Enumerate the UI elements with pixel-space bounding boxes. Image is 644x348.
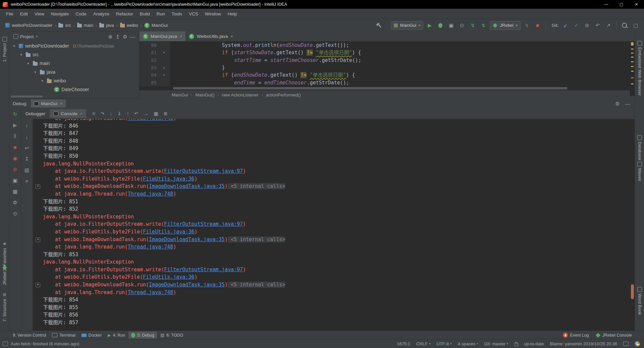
jrebel-remote-button[interactable]: ↯ xyxy=(523,21,531,29)
maximize-button[interactable]: ▢ xyxy=(614,0,629,9)
print-button[interactable]: ▤ xyxy=(22,166,31,174)
stack-trace-link[interactable]: ImageDownloadTask.java:35 xyxy=(149,282,225,288)
profiler-button[interactable]: ⊙ xyxy=(458,21,466,29)
blame-info[interactable]: Blame: yanximin 2019/10/25 20:36 xyxy=(550,341,617,346)
indent-style[interactable]: 4 spaces▾ xyxy=(458,341,478,346)
toolwindow-button-6-todo[interactable]: ▤6: TODO xyxy=(158,332,186,339)
menu-item-code[interactable]: Code xyxy=(72,10,90,18)
warning-stripe-mark[interactable] xyxy=(631,53,634,54)
close-tab-icon[interactable]: × xyxy=(230,34,233,39)
run-to-cursor-icon[interactable]: → xyxy=(144,111,149,116)
fold-marker-icon[interactable]: ▾ xyxy=(158,49,170,56)
stack-trace-link[interactable]: Thread.java:748 xyxy=(128,289,173,295)
scrollbar-thumb[interactable] xyxy=(631,284,634,299)
git-log-button[interactable]: ⊘ xyxy=(583,21,591,29)
expand-arrow-icon[interactable]: ▾ xyxy=(18,53,24,57)
stack-trace-link[interactable]: ImageDownloadTask.java:35 xyxy=(149,236,225,242)
editor-breadcrumb-maingui[interactable]: MainGui xyxy=(172,92,188,97)
code-editor[interactable]: 80 System.out.println(endShowDate.getTex… xyxy=(139,42,635,86)
breadcrumb-weibo[interactable]: weibo xyxy=(120,23,138,28)
line-number[interactable]: 82 xyxy=(139,57,158,64)
step-out-icon[interactable]: ↑ xyxy=(127,111,129,116)
menu-item-file[interactable]: File xyxy=(3,10,17,18)
lock-icon[interactable] xyxy=(515,342,518,346)
git-rollback-button[interactable]: ↶ xyxy=(593,21,602,29)
fold-marker-icon[interactable]: ▾ xyxy=(158,71,170,79)
close-tab-icon[interactable]: × xyxy=(180,34,182,39)
tree-item-java[interactable]: ▾java xyxy=(9,68,139,76)
git-commit-button[interactable]: ✓ xyxy=(572,21,581,29)
hide-windows-button[interactable]: ▢ xyxy=(631,21,640,29)
debug-view-tab-console[interactable]: Console↗ xyxy=(50,109,86,118)
stack-trace-link[interactable]: Thread.java:748 xyxy=(128,191,173,197)
breadcrumb-java[interactable]: java xyxy=(99,23,114,28)
search-everywhere-button[interactable] xyxy=(621,21,629,29)
layout-settings-icon[interactable]: ≣ xyxy=(164,111,168,116)
debug-with-jrebel-button[interactable]: ↯ xyxy=(479,21,488,29)
toolwindow-button-terminal[interactable]: Terminal xyxy=(49,332,78,339)
scroll-to-end-button[interactable]: ↧ xyxy=(22,155,31,163)
tree-item-weibo[interactable]: ▾weibo xyxy=(9,76,139,85)
expand-arrow-icon[interactable]: ▾ xyxy=(25,61,31,66)
warning-stripe-mark[interactable] xyxy=(631,66,634,67)
tree-item-weibopicdownloader[interactable]: ▾weiboPicDownloader D:\Tool\weiboPicDow xyxy=(9,42,139,50)
rerun-button[interactable]: ↻ xyxy=(11,110,19,118)
project-panel-title[interactable]: Project ▾ xyxy=(20,34,38,39)
warning-stripe-mark[interactable] xyxy=(631,57,634,58)
settings-gear-button[interactable]: ⚙ xyxy=(11,198,19,206)
jrebel-select[interactable]: JRebel▾ xyxy=(490,21,521,30)
line-number[interactable]: 80 xyxy=(139,42,158,49)
debug-view-tab-debugger[interactable]: Debugger xyxy=(22,109,49,118)
toolwindow-stripe-7-structure[interactable]: ≣7: Structure xyxy=(0,292,9,322)
menu-item-analyze[interactable]: Analyze xyxy=(90,10,113,18)
up-stack-button[interactable]: ↑ xyxy=(22,122,31,130)
stack-trace-link[interactable]: Thread.java:748 xyxy=(128,244,173,250)
breadcrumb-main[interactable]: main xyxy=(77,23,93,28)
stop-button[interactable]: ■ xyxy=(533,21,542,29)
expand-arrow-icon[interactable]: ▾ xyxy=(11,44,17,48)
breadcrumb-maingui[interactable]: CMainGui xyxy=(144,23,168,28)
toolwindow-button-jrebel-console[interactable]: JRebel Console xyxy=(593,332,635,339)
step-into-icon[interactable]: ↓ xyxy=(110,111,112,116)
editor-tab-weiboutils-java[interactable]: CWeiboUtils.java× xyxy=(185,31,236,41)
settings-gear-button[interactable]: ⚙ xyxy=(614,100,621,107)
stack-trace-link[interactable]: ImageDownloadTask.java:35 xyxy=(149,183,225,189)
line-number[interactable]: 83 xyxy=(139,64,158,71)
toolwindow-stripe-word-book[interactable]: Word Book xyxy=(635,287,644,315)
pause-button[interactable]: Ⅱ xyxy=(11,132,19,140)
thread-dump-button[interactable]: ▣ xyxy=(11,176,19,184)
run-with-jrebel-button[interactable]: ↯ xyxy=(468,21,477,29)
expand-frames-icon[interactable]: + xyxy=(36,283,40,287)
toolwindow-button-9-version-control[interactable]: 9: Version Control xyxy=(10,332,49,339)
stack-trace-link[interactable]: FileUtils.java:36 xyxy=(143,229,195,235)
locate-file-button[interactable]: ⊕ xyxy=(107,33,114,40)
toolwindow-toggle-icon[interactable] xyxy=(3,342,8,346)
warning-stripe-mark[interactable] xyxy=(631,49,634,50)
expand-frames-icon[interactable]: + xyxy=(36,237,40,242)
toolwindow-stripe-maven[interactable]: Maven xyxy=(635,162,644,181)
expand-arrow-icon[interactable]: ▾ xyxy=(40,79,45,83)
caret-position[interactable]: 1675:1 xyxy=(397,341,410,346)
toolwindow-stripe-1-project[interactable]: 1: Project xyxy=(0,37,9,62)
editor-breadcrumb-actionperformed[interactable]: actionPerformed() xyxy=(266,92,301,97)
pin-button[interactable]: ⊙ xyxy=(11,209,19,217)
fold-marker-icon[interactable]: ▴ xyxy=(158,64,170,71)
editor-tab-maingui-java[interactable]: CMainGui.java× xyxy=(140,31,185,41)
toolwindow-stripe-jrebel[interactable]: JRebel xyxy=(0,265,9,285)
toolwindow-stripe-database[interactable]: Database xyxy=(635,135,644,160)
menu-item-edit[interactable]: Edit xyxy=(17,10,31,18)
menu-item-help[interactable]: Help xyxy=(224,10,240,18)
tree-item-main[interactable]: ▾main xyxy=(9,59,139,68)
editor-breadcrumb-maingui[interactable]: MainGui() xyxy=(195,92,214,97)
menu-item-run[interactable]: Run xyxy=(153,10,168,18)
menu-item-tools[interactable]: Tools xyxy=(168,10,186,18)
breadcrumb-src[interactable]: src xyxy=(58,23,71,28)
input-method-icon[interactable]: G xyxy=(635,341,640,346)
warning-stripe-mark[interactable] xyxy=(631,45,634,46)
line-number[interactable]: 84 xyxy=(139,71,158,79)
menu-item-view[interactable]: View xyxy=(31,10,48,18)
editor-breadcrumb-new-actionlistener[interactable]: new ActionListener xyxy=(222,92,259,97)
stack-trace-link[interactable]: FilterOutputStream.java:97 xyxy=(164,267,243,273)
stack-trace-link[interactable]: FilterOutputStream.java:97 xyxy=(164,168,243,174)
line-number[interactable]: 81 xyxy=(139,49,158,56)
